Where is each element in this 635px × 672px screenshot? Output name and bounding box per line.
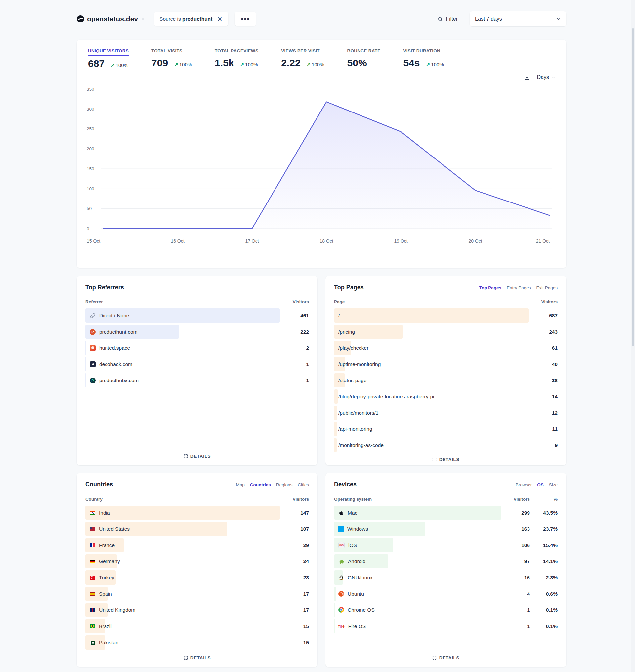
tab-countries[interactable]: Countries — [250, 482, 271, 487]
interval-select[interactable]: Days — [537, 75, 556, 80]
row-visitors: 687 — [549, 313, 557, 319]
date-range-select[interactable]: Last 7 days — [469, 11, 566, 26]
list-item[interactable]: Ubuntu40.6% — [334, 587, 557, 601]
list-item[interactable]: /monitoring-as-code9 — [334, 438, 557, 452]
stat-bounce-rate[interactable]: BOUNCE RATE50% — [336, 48, 392, 68]
row-visitors: 106 — [521, 542, 530, 548]
details-button[interactable]: DETAILS — [183, 451, 211, 459]
tab-os[interactable]: OS — [537, 482, 544, 487]
filter-button[interactable]: Filter — [438, 16, 458, 22]
list-item[interactable]: Direct / None461 — [85, 308, 309, 322]
list-item[interactable]: /687 — [334, 308, 557, 322]
list-item[interactable]: Pakistan15 — [85, 635, 309, 650]
row-percent: 0.1% — [530, 607, 557, 613]
pages-list: /687/pricing243/play/checker61/uptime-mo… — [334, 308, 557, 454]
site-selector[interactable]: openstatus.dev — [77, 15, 145, 23]
svg-text:18 Oct: 18 Oct — [320, 238, 333, 244]
list-item[interactable]: Turkey23 — [85, 570, 309, 585]
list-item[interactable]: Pproducthubx.com1 — [85, 373, 309, 387]
stat-total-pageviews[interactable]: TOTAL PAGEVIEWS1.5k↗100% — [203, 48, 269, 68]
list-item[interactable]: Windows16323.7% — [334, 522, 557, 536]
filter-chip-source[interactable]: Source is producthunt ✕ — [154, 12, 228, 26]
row-label: iOS — [348, 542, 357, 548]
ubuntu-icon — [338, 591, 344, 596]
list-item[interactable]: Germany24 — [85, 554, 309, 568]
list-item[interactable]: fireFire OS10.1% — [334, 619, 557, 633]
linux-icon — [338, 575, 344, 580]
row-percent: 43.5% — [530, 510, 557, 516]
svg-text:19 Oct: 19 Oct — [394, 238, 408, 244]
stat-unique-visitors[interactable]: UNIQUE VISITORS687↗100% — [86, 48, 140, 69]
countries-card: Countries MapCountriesRegionsCities Coun… — [77, 473, 318, 667]
list-item[interactable]: /status-page38 — [334, 373, 557, 387]
list-item[interactable]: Chrome OS10.1% — [334, 603, 557, 617]
row-label: Spain — [99, 591, 112, 597]
top-referrers-card: Top Referrers ReferrerVisitors Direct / … — [77, 276, 318, 465]
list-item[interactable]: /play/checker61 — [334, 341, 557, 355]
stat-label: UNIQUE VISITORS — [88, 48, 129, 56]
trend-up-icon: ↗ — [240, 62, 244, 67]
download-button[interactable] — [524, 75, 530, 80]
stat-label: BOUNCE RATE — [347, 48, 381, 55]
list-item[interactable]: /api-monitoring11 — [334, 422, 557, 436]
analytics-dashboard: openstatus.dev Source is producthunt ✕ •… — [77, 0, 566, 667]
list-item[interactable]: /public/monitors/112 — [334, 406, 557, 420]
producthunt-icon: P — [90, 329, 95, 335]
details-button[interactable]: DETAILS — [432, 454, 459, 463]
list-item[interactable]: /blog/deploy-private-locations-raspberry… — [334, 390, 557, 404]
details-button[interactable]: DETAILS — [183, 653, 211, 661]
list-item[interactable]: iOSiOS10615.4% — [334, 538, 557, 552]
list-item[interactable]: United Kingdom17 — [85, 603, 309, 617]
tab-regions[interactable]: Regions — [276, 482, 293, 487]
row-percent: 23.7% — [530, 526, 557, 532]
stat-visit-duration[interactable]: VISIT DURATION54s↗100% — [392, 48, 455, 68]
row-label: Direct / None — [99, 313, 129, 319]
row-label: producthubx.com — [99, 378, 138, 383]
list-item[interactable]: Android9714.1% — [334, 554, 557, 568]
column-headers: CountryVisitors — [85, 497, 309, 502]
list-item[interactable]: Pproducthunt.com222 — [85, 324, 309, 339]
stat-total-visits[interactable]: TOTAL VISITS709↗100% — [140, 48, 203, 68]
svg-text:21 Oct: 21 Oct — [536, 238, 550, 244]
list-item[interactable]: Spain17 — [85, 587, 309, 601]
list-item[interactable]: France29 — [85, 538, 309, 552]
list-item[interactable]: GNU/Linux162.3% — [334, 570, 557, 585]
stat-value: 709 — [152, 57, 168, 68]
row-visitors: 61 — [552, 345, 557, 351]
tab-top-pages[interactable]: Top Pages — [479, 285, 501, 290]
tab-map[interactable]: Map — [236, 482, 244, 487]
tab-size[interactable]: Size — [549, 482, 557, 487]
stat-views-per-visit[interactable]: VIEWS PER VISIT2.22↗100% — [269, 48, 335, 68]
list-item[interactable]: United States107 — [85, 522, 309, 536]
row-visitors: 17 — [303, 607, 309, 613]
column-headers: ReferrerVisitors — [85, 299, 309, 304]
svg-text:16 Oct: 16 Oct — [171, 238, 184, 244]
more-options-button[interactable]: ••• — [235, 12, 256, 26]
overview-card: UNIQUE VISITORS687↗100%TOTAL VISITS709↗1… — [77, 40, 566, 268]
details-button[interactable]: DETAILS — [432, 653, 459, 661]
list-item[interactable]: decohack.com1 — [85, 357, 309, 371]
list-item[interactable]: /uptime-monitoring40 — [334, 357, 557, 371]
list-item[interactable]: /pricing243 — [334, 324, 557, 339]
devices-card: Devices BrowserOSSize Operating system V… — [325, 473, 566, 667]
list-item[interactable]: hunted.space2 — [85, 341, 309, 355]
scrollbar-thumb[interactable] — [632, 28, 634, 346]
svg-text:15 Oct: 15 Oct — [87, 238, 100, 244]
scrollbar-track[interactable] — [631, 0, 635, 672]
row-percent: 0.6% — [530, 591, 557, 597]
list-item[interactable]: Brazil15 — [85, 619, 309, 633]
row-visitors: 147 — [300, 510, 309, 516]
row-label: Windows — [347, 526, 368, 532]
tab-exit-pages[interactable]: Exit Pages — [536, 285, 557, 290]
remove-filter-icon[interactable]: ✕ — [216, 16, 223, 22]
tab-entry-pages[interactable]: Entry Pages — [507, 285, 531, 290]
tab-cities[interactable]: Cities — [298, 482, 309, 487]
tab-browser[interactable]: Browser — [516, 482, 532, 487]
list-item[interactable]: Mac29943.5% — [334, 506, 557, 520]
row-label: /uptime-monitoring — [338, 361, 381, 367]
row-label: / — [338, 313, 340, 319]
list-item[interactable]: India147 — [85, 506, 309, 520]
top-bar: openstatus.dev Source is producthunt ✕ •… — [77, 11, 566, 26]
column-headers: Operating system Visitors% — [334, 497, 557, 502]
row-visitors: 9 — [555, 442, 557, 448]
